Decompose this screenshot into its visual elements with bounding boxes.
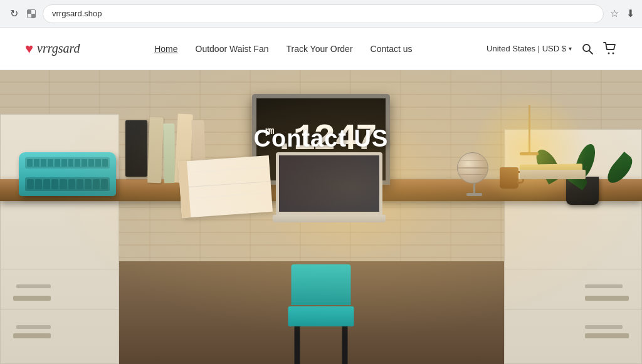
address-bar[interactable]: vrrgsard.shop [43, 4, 604, 23]
nav-track-your-order[interactable]: Track Your Order [286, 44, 352, 54]
stacked-books-2 [520, 170, 586, 179]
main-nav: Home Outdoor Waist Fan Track Your Order … [154, 44, 412, 54]
svg-point-3 [613, 52, 614, 54]
svg-line-1 [589, 51, 592, 54]
browser-actions: ☆ ⬇ [610, 8, 634, 19]
nav-outdoor-waist-fan[interactable]: Outdoor Waist Fan [196, 44, 269, 54]
chair [288, 264, 354, 364]
logo[interactable]: ♥ vrrgsard [25, 41, 80, 56]
typewriter [19, 152, 119, 196]
logo-text: vrrgsard [37, 41, 80, 56]
header-right: United States | USD $ ▾ [487, 42, 617, 56]
notebook [178, 155, 273, 218]
hero-section: pm .12 47 [0, 70, 642, 364]
contact-us-heading: Contact US [254, 125, 389, 152]
search-button[interactable] [581, 42, 594, 56]
currency-text: United States | USD $ [487, 44, 566, 53]
globe [457, 152, 492, 193]
favicon-icon [26, 9, 36, 19]
download-icon[interactable]: ⬇ [626, 8, 634, 19]
mug [500, 167, 520, 191]
svg-point-0 [583, 44, 590, 51]
site-header: ♥ vrrgsard Home Outdoor Waist Fan Track … [0, 28, 642, 70]
laptop [276, 152, 386, 222]
contact-us-overlay: Contact US [0, 125, 642, 152]
nav-contact-us[interactable]: Contact us [371, 44, 413, 54]
nav-home[interactable]: Home [154, 44, 177, 54]
chevron-down-icon: ▾ [569, 45, 572, 52]
bookmark-icon[interactable]: ☆ [610, 8, 619, 19]
hero-scene: pm .12 47 [0, 70, 642, 364]
cart-button[interactable] [603, 42, 617, 56]
svg-point-2 [608, 52, 610, 54]
currency-selector[interactable]: United States | USD $ ▾ [487, 44, 572, 53]
url-text: vrrgsard.shop [52, 9, 102, 18]
logo-heart-icon: ♥ [25, 42, 33, 56]
browser-chrome: ↻ vrrgsard.shop ☆ ⬇ [0, 0, 642, 28]
reload-button[interactable]: ↻ [8, 8, 20, 20]
